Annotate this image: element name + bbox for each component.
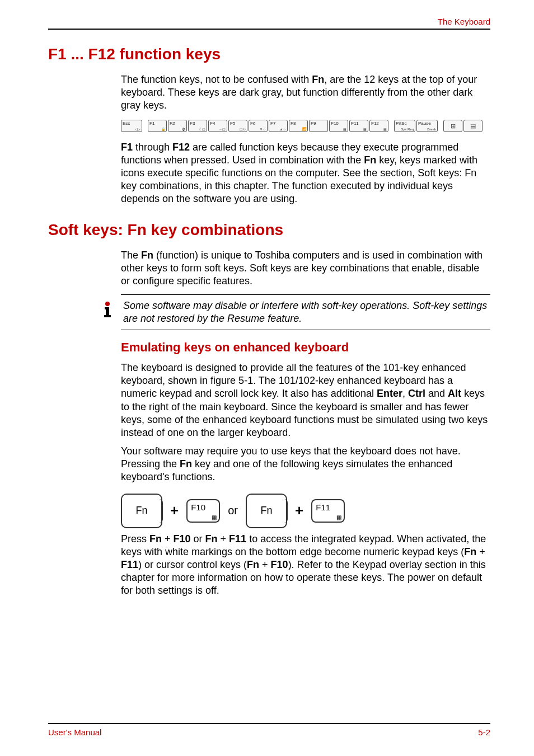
page-footer: User's Manual 5-2 [48,723,490,737]
text-f12: F12 [172,142,190,153]
f1f12-intro-paragraph: The function keys, not to be confused wi… [121,73,490,112]
menu-icon: ▤ [470,123,476,129]
softkeys-intro-paragraph: The Fn (function) is unique to Toshiba c… [121,249,490,288]
key-label: F7 [270,121,275,126]
keycap-f10: F10▦ [186,499,220,523]
sleep-icon: ☾▢ [199,128,205,131]
info-icon [96,299,119,318]
hibernate-icon: →▢ [219,128,226,131]
display-icon: ▢/○ [240,128,246,131]
note-callout: Some software may disable or interfere w… [121,294,490,330]
svg-rect-3 [104,315,111,317]
key-label: F2 [170,121,175,126]
text: + [476,546,485,557]
text-alt: Alt [448,388,461,399]
key-f4: F4→▢ [208,120,227,132]
text-enter: Enter [377,388,402,399]
text-f10: F10 [271,559,288,570]
footer-page-number: 5-2 [478,727,490,737]
text-fn: Fn [180,458,192,469]
key-f3: F3☾▢ [188,120,207,132]
key-prtsc: PrtScSys Req [394,120,415,132]
emulating-p3: Press Fn + F10 or Fn + F11 to access the… [121,533,490,597]
text: + [218,533,229,544]
plus-symbol: + [170,502,179,519]
text: through [133,142,172,153]
heading-f1-f12: F1 ... F12 function keys [48,45,490,63]
key-label: F3 [190,121,195,126]
key-sub-icon: ◁▷ [135,128,140,131]
note-text: Some software may disable or interfere w… [123,299,490,325]
key-label: Pause [418,121,431,126]
text-f11: F11 [229,533,246,544]
text-fn: Fn [149,533,162,544]
key-label: F6 [250,121,255,126]
key-f6: F6▼☼ [249,120,268,132]
footer-rule [48,723,490,724]
key-windows: ⊞ [443,120,462,132]
key-f1: F1🔒 [148,120,167,132]
text-f11: F11 [121,559,138,570]
emulating-p2: Your software may require you to use key… [121,445,490,483]
text: , [402,388,408,399]
key-combo-figure: Fn + F10▦ or Fn + F11▦ [121,494,490,528]
key-label: F1 [149,121,154,126]
key-sublabel: Break [427,128,436,131]
key-esc: Esc◁▷ [121,120,142,132]
key-f9: F9 [309,120,328,132]
key-pause: PauseBreak [416,120,438,132]
text-fn: Fn [205,533,218,544]
numeric-overlay-icon: ▦ [363,128,367,131]
or-text: or [228,504,238,517]
header-section-title: The Keyboard [48,17,490,26]
key-f7: F7▲☼ [269,120,288,132]
key-label: F5 [230,121,235,126]
power-icon: ⏻ [182,128,185,131]
footer-left: User's Manual [48,727,101,737]
key-f10: F10▦ [329,120,348,132]
text: The function keys, not to be confused wi… [121,74,312,85]
keycap-fn: Fn [121,494,162,528]
text: ) or cursor control keys ( [138,559,247,570]
key-label: F4 [210,121,215,126]
key-label: F11 [351,121,359,126]
text-fn: Fn [312,74,324,85]
key-f8: F8📶 [289,120,308,132]
key-f12: F12▦ [369,120,388,132]
key-label: PrtSc [396,121,407,126]
windows-icon: ⊞ [451,123,456,129]
subheading-emulating: Emulating keys on enhanced keyboard [121,340,490,355]
heading-soft-keys: Soft keys: Fn key combinations [48,221,490,239]
key-label: F8 [291,121,296,126]
text-fn: Fn [364,154,376,166]
plus-symbol: + [295,502,303,519]
key-f5: F5▢/○ [228,120,247,132]
cursor-overlay-icon: ▦ [343,128,346,131]
key-label: F10 [331,121,339,126]
text: (function) is unique to Toshiba computer… [121,250,483,287]
text-ctrl: Ctrl [408,388,425,399]
text: Press [121,533,149,544]
key-f2: F2⏻ [168,120,187,132]
text: The [121,250,141,261]
key-label: F11 [316,503,330,512]
key-f11: F11▦ [349,120,368,132]
svg-point-0 [105,302,110,306]
cursor-overlay-icon: ▦ [212,514,217,520]
text: + [162,533,174,544]
header-rule [48,29,490,30]
key-sublabel: Sys Req [401,128,414,131]
key-label: F12 [371,121,379,126]
brightness-down-icon: ▼☼ [260,128,266,131]
key-menu: ▤ [463,120,483,132]
lock-icon: 🔒 [161,128,165,131]
text: or [191,533,205,544]
emulating-p1: The keyboard is designed to provide all … [121,361,490,439]
text-f10: F10 [174,533,191,544]
text-fn: Fn [464,546,476,557]
wireless-icon: 📶 [302,128,306,131]
brightness-up-icon: ▲☼ [280,128,286,131]
key-label: Esc [123,121,130,126]
text: and [425,388,448,399]
text: + [259,559,271,570]
